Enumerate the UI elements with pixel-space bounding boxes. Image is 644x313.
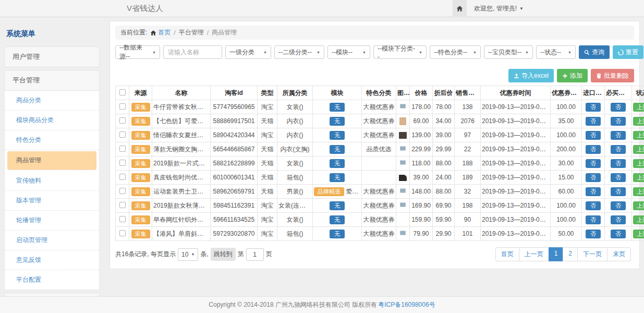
- add-button[interactable]: 添加: [557, 69, 588, 82]
- cell-discount-price: 88.00: [433, 185, 455, 199]
- cell-type: 天猫: [258, 142, 277, 156]
- home-button[interactable]: [453, 0, 467, 17]
- jump-to-button[interactable]: 跳转到: [211, 248, 236, 261]
- page-button-2[interactable]: 2: [563, 247, 578, 261]
- import-select-toggle[interactable]: 否: [586, 159, 601, 168]
- sidebar-subitem-意见反馈[interactable]: 意见反馈: [5, 250, 99, 270]
- cell-import-select: 否: [582, 227, 605, 241]
- cell-name: 早春网红针织外套女春...: [152, 213, 211, 227]
- reset-button[interactable]: 重置: [613, 45, 643, 59]
- status-badge[interactable]: 上架: [633, 201, 644, 210]
- must-buy-toggle[interactable]: 否: [611, 131, 626, 140]
- pagination-summary: 共16条记录, 每页显示 10 ▼ 条, 跳转到 第 页: [115, 248, 272, 261]
- cell-discount-price: 69.90: [433, 199, 455, 213]
- feature-category-select[interactable]: --特色分类--▼: [430, 45, 481, 59]
- search-button[interactable]: 查询: [579, 45, 610, 59]
- cell-type: 天猫: [258, 114, 277, 128]
- import-excel-button[interactable]: 导入excel: [508, 69, 554, 82]
- breadcrumb-home-link[interactable]: 首页: [150, 28, 171, 37]
- image-placeholder-icon: [399, 159, 407, 166]
- sidebar-subitem-商品分类[interactable]: 商品分类: [5, 91, 99, 111]
- user-menu[interactable]: 欢迎您, 管理员! ▼: [474, 4, 524, 13]
- must-buy-toggle[interactable]: 否: [611, 103, 626, 112]
- cell-sales: 138: [455, 100, 481, 114]
- page-button-首页[interactable]: 首页: [495, 247, 519, 261]
- cell-status: 上架: [632, 171, 644, 185]
- must-buy-toggle[interactable]: 否: [611, 145, 626, 154]
- must-buy-toggle[interactable]: 否: [611, 173, 626, 182]
- page-number-input[interactable]: [246, 248, 264, 261]
- per-page-select[interactable]: 10 ▼: [178, 248, 198, 261]
- level1-category-select[interactable]: 一级分类▼: [225, 45, 271, 59]
- row-checkbox[interactable]: [119, 131, 126, 138]
- row-checkbox[interactable]: [119, 117, 126, 124]
- must-buy-toggle[interactable]: 否: [611, 187, 626, 196]
- cell-icon: [396, 114, 410, 128]
- page-button-下一页[interactable]: 下一页: [577, 247, 607, 261]
- status-badge[interactable]: 上架: [633, 230, 644, 238]
- name-search-input[interactable]: [163, 45, 222, 59]
- cell-module: 无: [313, 128, 362, 142]
- must-buy-toggle[interactable]: 否: [611, 117, 626, 126]
- import-select-toggle[interactable]: 否: [586, 145, 601, 154]
- data-source-select[interactable]: --数据来源--▼: [115, 45, 160, 59]
- module-subcategory-select[interactable]: --模块下分类--▼: [373, 45, 427, 59]
- row-checkbox[interactable]: [119, 188, 126, 194]
- status-badge[interactable]: 上架: [633, 117, 644, 126]
- icp-link[interactable]: 粤ICP备16098006号: [378, 300, 435, 309]
- status-badge[interactable]: 上架: [633, 145, 644, 154]
- row-checkbox[interactable]: [119, 202, 126, 208]
- sidebar-item-平台管理[interactable]: 平台管理: [4, 70, 100, 91]
- row-checkbox[interactable]: [119, 160, 126, 166]
- sidebar-subitem-启动页管理[interactable]: 启动页管理: [5, 231, 99, 250]
- status-badge[interactable]: 上架: [633, 103, 644, 112]
- breadcrumb-item[interactable]: 平台管理: [179, 28, 204, 37]
- cell-source: 采集: [129, 114, 152, 128]
- sidebar-subitem-宣传物料[interactable]: 宣传物料: [5, 171, 99, 191]
- status-badge[interactable]: 上架: [633, 131, 644, 140]
- import-select-toggle[interactable]: 否: [586, 103, 601, 112]
- page-button-上一页[interactable]: 上一页: [519, 247, 549, 261]
- status-badge[interactable]: 上架: [633, 215, 644, 224]
- import-select-toggle[interactable]: 否: [586, 230, 601, 238]
- must-buy-toggle[interactable]: 否: [611, 230, 626, 238]
- product-thumbnail: [399, 117, 406, 125]
- sidebar-subitem-版本管理[interactable]: 版本管理: [5, 191, 99, 211]
- row-checkbox[interactable]: [119, 103, 126, 110]
- import-select-toggle[interactable]: 否: [586, 201, 601, 210]
- status-badge[interactable]: 上架: [633, 159, 644, 168]
- import-select-toggle[interactable]: 否: [586, 187, 601, 196]
- sidebar-subitem-模块商品分类[interactable]: 模块商品分类: [5, 111, 99, 130]
- row-checkbox[interactable]: [119, 174, 126, 180]
- must-buy-toggle[interactable]: 否: [611, 201, 626, 210]
- item-type-select[interactable]: --宝贝类型--▼: [484, 45, 533, 59]
- row-checkbox[interactable]: [119, 230, 126, 236]
- level2-category-select[interactable]: --二级分类--▼: [274, 45, 324, 59]
- page-button-末页[interactable]: 末页: [607, 247, 631, 261]
- row-checkbox[interactable]: [119, 146, 126, 152]
- select-all-checkbox[interactable]: [119, 89, 126, 95]
- status-badge[interactable]: 上架: [633, 187, 644, 196]
- import-select-toggle[interactable]: 否: [586, 215, 601, 224]
- page-button-1[interactable]: 1: [549, 247, 564, 261]
- row-checkbox[interactable]: [119, 216, 126, 222]
- cell-feature: 大额优惠券: [362, 100, 396, 114]
- import-select-toggle[interactable]: 否: [586, 117, 601, 126]
- cell-coupon-time: 2019-09-13—2019-09-20: [481, 171, 551, 185]
- sidebar-subitem-平台配置[interactable]: 平台配置: [5, 270, 99, 290]
- import-select-toggle[interactable]: 否: [586, 131, 601, 140]
- batch-delete-button[interactable]: 批量删除: [591, 69, 634, 82]
- sidebar-item-用户管理[interactable]: 用户管理: [4, 46, 100, 67]
- sidebar-subitem-商品管理[interactable]: 商品管理: [7, 151, 96, 170]
- status-badge[interactable]: 上架: [633, 173, 644, 182]
- cell-category: 女装(): [277, 156, 313, 171]
- cell-source: 采集: [129, 156, 152, 171]
- status-select[interactable]: --状态--▼: [536, 45, 576, 59]
- sidebar-subitem-轮播管理[interactable]: 轮播管理: [5, 211, 99, 231]
- module-select[interactable]: --模块--▼: [327, 45, 370, 59]
- module-badge: 无: [330, 230, 345, 238]
- must-buy-toggle[interactable]: 否: [611, 215, 626, 224]
- must-buy-toggle[interactable]: 否: [611, 159, 626, 168]
- import-select-toggle[interactable]: 否: [586, 173, 601, 182]
- sidebar-subitem-特色分类[interactable]: 特色分类: [5, 130, 99, 150]
